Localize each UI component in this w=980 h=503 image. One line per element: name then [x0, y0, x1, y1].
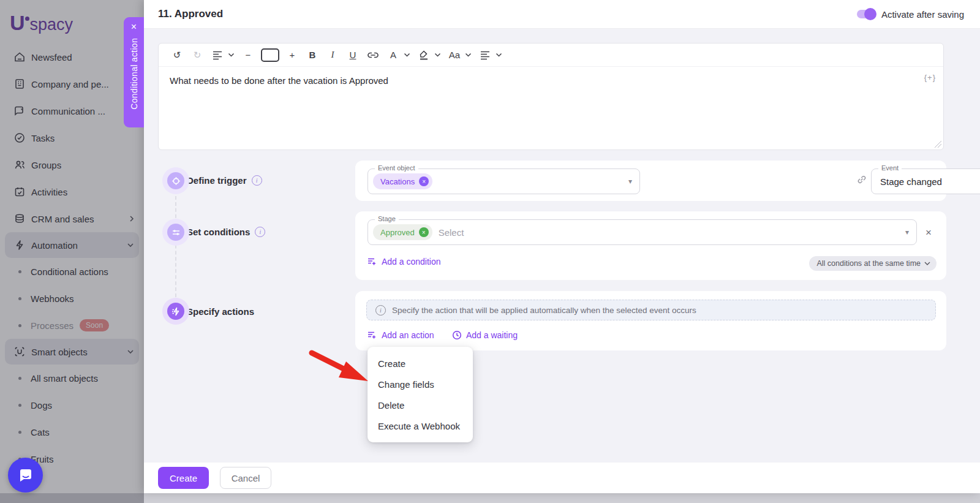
editor-toolbar: ↺ ↻ − + B I U A Aa [159, 43, 943, 67]
editor-content[interactable]: What needs to be done after the vacation… [159, 67, 943, 149]
bold-icon[interactable]: B [305, 47, 320, 63]
description-editor: ↺ ↻ − + B I U A Aa What needs to be done… [158, 43, 944, 150]
text-case-icon[interactable]: Aa [447, 47, 462, 63]
chevron-down-icon[interactable] [496, 53, 502, 57]
activate-toggle-label: Activate after saving [881, 9, 964, 20]
toggle-knob [864, 8, 876, 20]
chevron-down-icon[interactable] [465, 53, 472, 57]
event-value: Stage changed [880, 176, 942, 187]
cancel-button[interactable]: Cancel [220, 467, 271, 489]
dropdown-arrow-icon[interactable]: ▾ [628, 177, 632, 186]
support-chat-button[interactable] [8, 458, 43, 493]
drawer-footer: Create Cancel [144, 463, 980, 493]
tab-label: Conditional action [129, 38, 139, 110]
menu-item-create[interactable]: Create [368, 353, 473, 374]
italic-icon[interactable]: I [325, 47, 340, 63]
conditional-action-tab[interactable]: × Conditional action [124, 17, 144, 127]
close-icon[interactable]: × [131, 22, 137, 32]
drawer-header: 11. Approved Activate after saving [144, 0, 980, 29]
info-icon[interactable]: i [252, 175, 262, 186]
insert-variable-icon[interactable]: {+} [924, 73, 936, 82]
chevron-down-icon[interactable] [404, 53, 410, 57]
conditions-mode-select[interactable]: All conditions at the same time [809, 256, 937, 271]
step-connector [175, 190, 176, 303]
set-conditions-step: Set conditions i [187, 227, 265, 237]
define-trigger-icon [167, 172, 184, 189]
specify-actions-step: Specify actions [187, 306, 254, 317]
dropdown-arrow-icon[interactable]: ▾ [905, 228, 909, 236]
event-object-select[interactable]: Event object Vacations × ▾ [368, 168, 640, 194]
action-type-menu: Create Change fields Delete Execute a We… [368, 347, 473, 442]
vacations-chip: Vacations × [373, 173, 432, 189]
chat-bubble-icon [17, 467, 34, 484]
info-icon: i [375, 305, 386, 316]
underline-icon[interactable]: U [345, 47, 360, 63]
select-placeholder: Select [439, 227, 464, 238]
add-waiting-button[interactable]: Add a waiting [452, 330, 518, 340]
font-size-box[interactable] [261, 48, 279, 62]
info-icon[interactable]: i [255, 227, 265, 237]
line-spacing-icon[interactable] [210, 47, 225, 63]
remove-condition-icon[interactable]: × [925, 227, 932, 239]
chevron-down-icon[interactable] [228, 53, 235, 57]
conditional-action-drawer: 11. Approved Activate after saving ↺ ↻ −… [144, 0, 980, 493]
actions-panel: i Specify the action that will be applie… [355, 291, 946, 350]
text-color-icon[interactable]: A [386, 47, 401, 63]
highlight-color-icon[interactable] [417, 47, 431, 63]
remove-chip-icon[interactable]: × [419, 176, 429, 186]
add-list-icon [368, 257, 377, 266]
activate-toggle[interactable] [857, 10, 875, 18]
link-fields-icon [856, 174, 867, 185]
menu-item-delete[interactable]: Delete [368, 395, 473, 415]
add-list-icon [368, 331, 377, 339]
actions-notice: i Specify the action that will be applie… [366, 300, 936, 320]
decrease-font-icon[interactable]: − [241, 47, 255, 63]
clock-icon [452, 330, 462, 340]
editor-text: What needs to be done after the vacation… [170, 75, 388, 86]
approved-chip: Approved × [373, 224, 432, 240]
menu-item-execute-webhook[interactable]: Execute a Webhook [368, 415, 473, 436]
add-condition-button[interactable]: Add a condition [368, 257, 441, 267]
define-trigger-step: Define trigger i [187, 175, 262, 186]
set-conditions-icon [167, 224, 184, 241]
create-button[interactable]: Create [158, 467, 209, 489]
add-action-button[interactable]: Add an action [368, 330, 434, 340]
menu-item-change-fields[interactable]: Change fields [368, 374, 473, 395]
resize-handle[interactable] [934, 140, 941, 148]
redo-icon[interactable]: ↻ [190, 47, 205, 63]
stage-select[interactable]: Stage Approved × Select ▾ [368, 219, 917, 245]
specify-actions-icon [167, 303, 184, 320]
link-icon[interactable] [366, 47, 380, 63]
undo-icon[interactable]: ↺ [170, 47, 184, 63]
conditions-panel: Stage Approved × Select ▾ × Add a condit… [355, 211, 946, 280]
chevron-down-icon[interactable] [434, 53, 441, 57]
remove-chip-icon[interactable]: × [419, 227, 429, 237]
align-icon[interactable] [478, 47, 492, 63]
chevron-down-icon [924, 262, 930, 265]
page-title: 11. Approved [158, 8, 223, 20]
increase-font-icon[interactable]: + [285, 47, 300, 63]
trigger-panel: Event object Vacations × ▾ Event Stage c… [355, 161, 946, 201]
event-select[interactable]: Event Stage changed ▾ [871, 168, 980, 194]
modal-backdrop[interactable] [0, 0, 144, 503]
